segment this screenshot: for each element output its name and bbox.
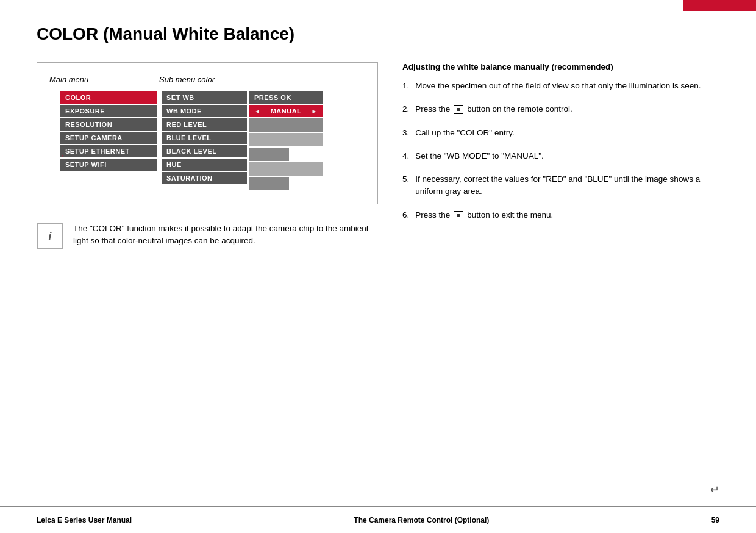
step-text-1: Move the specimen out of the field of vi… xyxy=(415,80,701,92)
main-menu-item-setup-camera[interactable]: SETUP CAMERA xyxy=(60,132,157,144)
sub-item-wb-mode[interactable]: WB MODE xyxy=(162,105,247,117)
sub-item-red-level[interactable]: RED LEVEL xyxy=(162,118,247,131)
sub-item-black-level[interactable]: BLACK LEVEL xyxy=(162,145,247,157)
menu-arrow: → xyxy=(55,150,65,161)
sub-item-hue[interactable]: HUE xyxy=(162,159,247,171)
step-text-3: Call up the "COLOR" entry. xyxy=(415,127,514,139)
step-3: 3. Call up the "COLOR" entry. xyxy=(402,127,719,139)
step-4: 4. Set the "WB MODE" to "MANUAL". xyxy=(402,150,719,162)
main-content: COLOR (Manual White Balance) Main menu S… xyxy=(37,24,719,503)
step-text-2: Press the ≡ button on the remote control… xyxy=(415,103,572,115)
step-2: 2. Press the ≡ button on the remote cont… xyxy=(402,103,719,115)
steps-list: 1. Move the specimen out of the field of… xyxy=(402,80,719,221)
sub-menu: SET WB WB MODE RED LEVEL BLUE LEVEL BLAC… xyxy=(162,91,323,191)
main-menu-item-setup-wifi[interactable]: SETUP WIFI xyxy=(60,159,157,171)
step-6: 6. Press the ≡ button to exit the menu. xyxy=(402,209,719,221)
footer-left: Leica E Series User Manual xyxy=(37,516,132,524)
sub-value-hue xyxy=(249,162,323,176)
sub-value-press-ok: PRESS OK xyxy=(249,91,323,104)
menu-diagram: Main menu Sub menu color → COLOR EXPOSUR… xyxy=(37,62,378,204)
sub-item-blue-level[interactable]: BLUE LEVEL xyxy=(162,132,247,144)
main-menu-item-exposure[interactable]: EXPOSURE xyxy=(60,105,157,117)
step-5: 5. If necessary, correct the values for … xyxy=(402,173,719,198)
main-menu-item-setup-ethernet[interactable]: SETUP ETHERNET xyxy=(60,145,157,157)
sub-menu-labels: SET WB WB MODE RED LEVEL BLUE LEVEL BLAC… xyxy=(162,91,247,191)
page-title: COLOR (Manual White Balance) xyxy=(37,24,719,44)
left-column: Main menu Sub menu color → COLOR EXPOSUR… xyxy=(37,62,378,249)
menu-labels: Main menu Sub menu color xyxy=(49,75,365,84)
sub-value-saturation xyxy=(249,177,289,190)
info-box: i The "COLOR" function makes it possible… xyxy=(37,223,378,249)
arrow-left-icon: ◄ xyxy=(254,108,260,115)
arrow-right-icon: ► xyxy=(312,108,318,115)
step-num-4: 4. xyxy=(402,150,409,162)
step-num-1: 1. xyxy=(402,80,409,92)
sub-item-saturation[interactable]: SATURATION xyxy=(162,172,247,184)
main-menu: COLOR EXPOSURE RESOLUTION SETUP CAMERA S… xyxy=(60,91,157,172)
menu-button-icon-2: ≡ xyxy=(454,105,463,114)
footer: Leica E Series User Manual The Camera Re… xyxy=(0,506,756,533)
top-bar xyxy=(683,0,756,11)
sub-value-red xyxy=(249,118,323,132)
main-menu-item-resolution[interactable]: RESOLUTION xyxy=(60,118,157,131)
sub-value-manual: ◄ MANUAL ► xyxy=(249,105,323,117)
menu-label-main: Main menu xyxy=(49,75,159,84)
sub-value-black xyxy=(249,148,289,161)
manual-text: MANUAL xyxy=(271,107,302,115)
sub-value-blue xyxy=(249,133,323,146)
content-columns: Main menu Sub menu color → COLOR EXPOSUR… xyxy=(37,62,719,249)
sub-menu-values: PRESS OK ◄ MANUAL ► xyxy=(249,91,323,191)
info-icon: i xyxy=(37,223,63,249)
main-menu-item-color[interactable]: COLOR xyxy=(60,91,157,104)
sub-item-set-wb[interactable]: SET WB xyxy=(162,91,247,104)
step-num-6: 6. xyxy=(402,209,409,221)
return-arrow-icon: ↵ xyxy=(710,483,719,496)
step-1: 1. Move the specimen out of the field of… xyxy=(402,80,719,92)
step-text-5: If necessary, correct the values for "RE… xyxy=(415,173,719,198)
menu-label-sub: Sub menu color xyxy=(159,75,215,84)
section-title: Adjusting the white balance manually (re… xyxy=(402,62,719,71)
menu-button-icon-6: ≡ xyxy=(454,211,463,220)
info-text: The "COLOR" function makes it possible t… xyxy=(73,223,378,248)
step-num-5: 5. xyxy=(402,173,409,185)
info-letter: i xyxy=(48,230,51,243)
footer-center: The Camera Remote Control (Optional) xyxy=(354,516,489,524)
step-num-3: 3. xyxy=(402,127,409,139)
step-num-2: 2. xyxy=(402,103,409,115)
step-text-4: Set the "WB MODE" to "MANUAL". xyxy=(415,150,543,162)
step-text-6: Press the ≡ button to exit the menu. xyxy=(415,209,553,221)
right-column: Adjusting the white balance manually (re… xyxy=(402,62,719,249)
footer-right: 59 xyxy=(711,516,719,524)
